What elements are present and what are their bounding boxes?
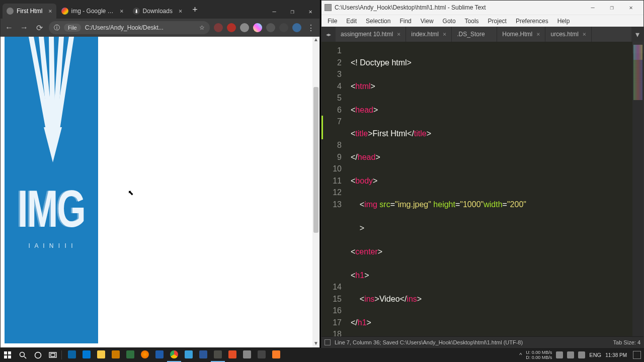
close-window-button[interactable]: ✕: [301, 5, 319, 19]
minimap[interactable]: [632, 42, 643, 336]
extension-icon[interactable]: [253, 23, 262, 32]
sublime-icon[interactable]: [211, 348, 225, 362]
network-meter: U: 0.00 MB/s D: 0.00 MB/s: [526, 350, 552, 360]
scroll-up-icon[interactable]: ▲: [312, 37, 319, 44]
forward-button[interactable]: →: [19, 23, 30, 32]
chrome-tab-0[interactable]: First Html ×: [3, 4, 56, 19]
sublime-tab-1[interactable]: index.html×: [406, 27, 452, 42]
taskview-icon[interactable]: [45, 348, 60, 362]
menu-goto[interactable]: Goto: [439, 17, 460, 26]
app-icon[interactable]: [225, 348, 239, 362]
menu-selection[interactable]: Selection: [362, 17, 394, 26]
search-icon[interactable]: [15, 348, 30, 362]
code-content[interactable]: <! Doctype html> <html> <head> <title>Fi…: [351, 45, 631, 336]
action-center-icon[interactable]: [633, 351, 641, 359]
app-icon[interactable]: [94, 348, 108, 362]
menu-project[interactable]: Project: [484, 17, 511, 26]
gutter: 123456 7 89101112 13 1415161718: [321, 45, 347, 336]
sublime-tab-3[interactable]: Home.Html×: [497, 27, 545, 42]
minimize-button[interactable]: —: [583, 1, 602, 14]
app-icon[interactable]: [182, 348, 196, 362]
scroll-down-icon[interactable]: ▼: [312, 340, 319, 347]
close-icon[interactable]: ×: [179, 8, 182, 15]
chrome-tab-1[interactable]: img - Google Se ×: [57, 4, 128, 19]
app-icon[interactable]: [123, 348, 137, 362]
chrome-menu-button[interactable]: ⋮: [305, 23, 316, 33]
svg-rect-1: [8, 351, 11, 354]
chrome-icon[interactable]: [167, 348, 181, 362]
site-info-icon[interactable]: ⓘ: [54, 24, 60, 32]
menu-edit[interactable]: Edit: [342, 17, 361, 26]
back-button[interactable]: ←: [4, 23, 15, 32]
chrome-tab-2[interactable]: ⬇ Downloads ×: [129, 4, 187, 19]
chrome-viewport: IMG I A I N I I I ⬉ ▲ ▼: [1, 37, 319, 347]
menu-preferences[interactable]: Preferences: [512, 17, 552, 26]
extension-icon[interactable]: [279, 23, 288, 32]
maximize-button[interactable]: ❐: [283, 5, 301, 19]
star-icon[interactable]: ☆: [199, 24, 205, 31]
minimize-button[interactable]: —: [265, 5, 283, 19]
extension-icon[interactable]: [266, 23, 275, 32]
extension-icon[interactable]: [240, 23, 249, 32]
sublime-tab-4[interactable]: urces.html×: [545, 27, 592, 42]
sublime-menubar[interactable]: File Edit Selection Find View Goto Tools…: [321, 15, 643, 27]
language-indicator[interactable]: ENG: [589, 352, 601, 358]
extension-icon[interactable]: [292, 23, 301, 32]
extension-icon[interactable]: [214, 23, 223, 32]
tab-scroll-arrows[interactable]: ◂▸: [321, 27, 336, 42]
close-icon[interactable]: ×: [583, 31, 586, 38]
editor-area[interactable]: 123456 7 89101112 13 1415161718 <! Docty…: [321, 42, 643, 336]
sublime-tab-2[interactable]: .DS_Store: [452, 27, 497, 42]
svg-rect-3: [8, 355, 11, 358]
close-icon[interactable]: ×: [536, 31, 540, 38]
url-text: C:/Users/Andy_Hook/Deskt...: [85, 24, 195, 31]
status-right[interactable]: Tab Size: 4: [613, 339, 640, 345]
taskbar-clock[interactable]: 11:38 PM: [605, 352, 627, 358]
reload-button[interactable]: ⟳: [34, 23, 45, 33]
word-icon[interactable]: [196, 348, 210, 362]
app-icon[interactable]: [79, 348, 94, 362]
tab-overflow-icon[interactable]: ▾: [631, 27, 643, 42]
close-icon[interactable]: ×: [48, 8, 52, 15]
app-icon[interactable]: [240, 348, 254, 362]
firefox-icon[interactable]: [138, 348, 152, 362]
app-icon[interactable]: [65, 348, 79, 362]
address-bar[interactable]: ⓘ File C:/Users/Andy_Hook/Deskt... ☆: [49, 21, 210, 34]
minimap-block: [633, 60, 642, 100]
close-icon[interactable]: ×: [397, 31, 400, 38]
menu-help[interactable]: Help: [553, 17, 574, 26]
chrome-tab-0-label: First Html: [17, 8, 42, 15]
taskbar-separator: [61, 350, 62, 359]
status-icon[interactable]: [325, 339, 331, 345]
app-icon[interactable]: [269, 348, 283, 362]
page-scrollbar[interactable]: ▲ ▼: [312, 37, 319, 347]
app-icon[interactable]: [109, 348, 123, 362]
start-button[interactable]: [0, 348, 15, 362]
app-icon[interactable]: [255, 348, 269, 362]
file-chip: File: [64, 24, 81, 32]
close-window-button[interactable]: ✕: [621, 1, 640, 14]
menu-file[interactable]: File: [324, 17, 341, 26]
volume-icon[interactable]: [578, 351, 585, 358]
scroll-thumb[interactable]: [313, 87, 318, 233]
system-tray[interactable]: [556, 351, 585, 358]
wifi-icon[interactable]: [567, 351, 574, 358]
new-tab-button[interactable]: +: [187, 5, 203, 15]
sublime-tab-0[interactable]: assingment 10.html×: [336, 27, 406, 42]
app-icon[interactable]: [152, 348, 167, 362]
battery-icon[interactable]: [556, 351, 563, 358]
menu-find[interactable]: Find: [395, 17, 415, 26]
minimap-block: [633, 45, 642, 60]
maximize-button[interactable]: ❐: [602, 1, 621, 14]
close-icon[interactable]: ×: [120, 8, 123, 15]
close-icon[interactable]: ×: [443, 31, 446, 38]
taskbar-apps: [65, 348, 283, 362]
chrome-toolbar: ← → ⟳ ⓘ File C:/Users/Andy_Hook/Deskt...…: [1, 19, 319, 37]
svg-line-5: [24, 356, 26, 358]
cortana-icon[interactable]: [30, 348, 45, 362]
menu-view[interactable]: View: [417, 17, 438, 26]
extension-icon[interactable]: [227, 23, 236, 32]
sublime-window: C:\Users\Andy_Hook\Desktop\html\1.html -…: [321, 0, 644, 348]
tray-icons[interactable]: ^: [519, 352, 522, 358]
menu-tools[interactable]: Tools: [461, 17, 483, 26]
